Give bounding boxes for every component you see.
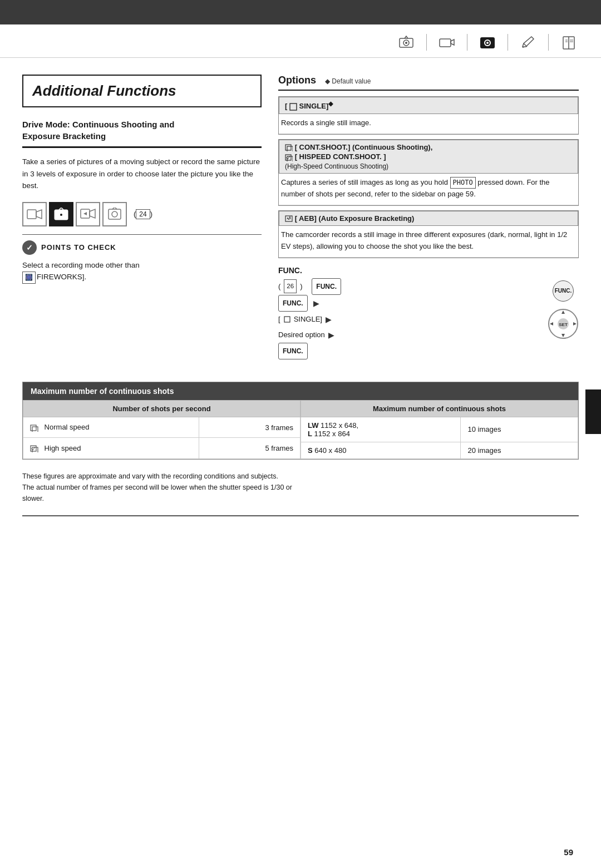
black-tab: [585, 389, 601, 434]
divider-1: [426, 34, 427, 51]
cont-option-desc: Captures a series of still images as lon…: [279, 174, 578, 205]
table-row: Normal speed 3 frames: [23, 417, 300, 438]
func-step-ref: (26) FUNC.: [278, 278, 536, 295]
points-title: POINTS TO CHECK: [41, 243, 116, 251]
table-row: High speed 5 frames: [23, 438, 300, 459]
func-section: FUNC. (26) FUNC. FUNC. ▶ [ SINGLE] ▶: [278, 266, 579, 359]
aeb-option-box: [ AEB] (Auto Exposure Bracketing) The ca…: [278, 210, 579, 258]
svg-rect-23: [284, 317, 290, 322]
book-icon: [559, 32, 579, 52]
main-content: Additional Functions Drive Mode: Continu…: [0, 58, 601, 371]
mode-icon-photo2: [102, 202, 127, 226]
func-row: (26) FUNC. FUNC. ▶ [ SINGLE] ▶ Desired o…: [278, 278, 579, 359]
body-text: Take a series of pictures of a moving su…: [22, 156, 262, 192]
mode-icon-playback: [76, 202, 100, 226]
svg-rect-28: [32, 427, 38, 432]
section-title: Additional Functions: [22, 75, 262, 107]
divider-3: [508, 34, 508, 51]
svg-rect-15: [109, 209, 121, 219]
svg-rect-22: [285, 216, 292, 221]
high-speed-frames: 5 frames: [199, 438, 300, 459]
bottom-title: Maximum number of continuous shots: [23, 382, 578, 400]
svg-point-7: [486, 42, 489, 44]
svg-point-2: [405, 42, 407, 44]
single-option-desc: Records a single still image.: [279, 114, 578, 134]
func-btn-3[interactable]: FUNC.: [278, 343, 308, 359]
table-row: S 640 x 480 20 images: [301, 442, 578, 458]
bottom-tables: Number of shots per second Normal speed …: [23, 400, 578, 459]
single-option-label: [ SINGLE]◆: [279, 97, 578, 114]
footnote: These figures are approximate and vary w…: [22, 471, 579, 504]
options-title: Options: [278, 75, 316, 86]
max-shots-table: Maximum number of continuous shots LW 11…: [300, 400, 578, 459]
default-value-note: ◆ Default value: [325, 77, 371, 85]
points-header: ✓ POINTS TO CHECK: [22, 240, 262, 255]
svg-text:SET: SET: [559, 322, 568, 327]
shots-per-second-table: Number of shots per second Normal speed …: [23, 400, 300, 459]
func-step-single: FUNC. ▶: [278, 295, 536, 312]
svg-rect-3: [440, 39, 451, 47]
points-body: Select a recording mode other than 🎆FIRE…: [22, 259, 262, 284]
func-icons: FUNC. SET: [548, 278, 579, 341]
svg-point-16: [112, 211, 117, 217]
shots-per-second-header: Number of shots per second: [23, 400, 300, 417]
aeb-option-desc: The camcorder records a still image in t…: [279, 226, 578, 258]
photo-icon: [477, 32, 497, 52]
divider-2: [467, 34, 467, 51]
points-to-check-section: ✓ POINTS TO CHECK Select a recording mod…: [22, 234, 262, 284]
page-number: 59: [564, 847, 573, 857]
lw-resolution: LW 1152 x 648,L 1152 x 864: [301, 417, 461, 442]
photo-box: PHOTO: [450, 177, 476, 189]
fireworks-icon: 🎆: [22, 272, 36, 284]
subsection-heading: Drive Mode: Continuous Shooting and Expo…: [22, 119, 262, 148]
divider-4: [548, 34, 549, 51]
bottom-rule: [22, 515, 579, 516]
func-label: FUNC.: [278, 266, 579, 275]
svg-rect-9: [27, 210, 36, 219]
svg-rect-17: [290, 103, 297, 110]
top-bar: [0, 0, 601, 24]
aeb-option-label: [ AEB] (Auto Exposure Bracketing): [279, 211, 578, 226]
check-icon: ✓: [22, 240, 37, 255]
high-speed-label: High speed: [23, 438, 199, 459]
options-header: Options ◆ Default value: [278, 75, 579, 91]
left-column: Additional Functions Drive Mode: Continu…: [22, 75, 262, 359]
mode-icon-photo: [49, 202, 73, 226]
func-btn-1[interactable]: FUNC.: [312, 278, 341, 295]
svg-point-13: [60, 214, 62, 216]
s-images: 20 images: [461, 442, 578, 458]
cont-option-label: [ CONT.SHOOT.] (Continuous Shooting), [ …: [279, 140, 578, 174]
s-resolution: S 640 x 480: [301, 442, 461, 458]
video-mode-icon: [437, 32, 457, 52]
svg-rect-18: [285, 145, 291, 150]
mode-ref: (24): [134, 209, 152, 219]
func-steps: (26) FUNC. FUNC. ▶ [ SINGLE] ▶ Desired o…: [278, 278, 536, 359]
func-step-choice: [ SINGLE] ▶: [278, 312, 536, 327]
bottom-section: Maximum number of continuous shots Numbe…: [22, 382, 579, 460]
svg-rect-19: [287, 146, 293, 151]
mode-icons-row: (24): [22, 202, 262, 226]
normal-speed-frames: 3 frames: [199, 417, 300, 438]
icon-row: [0, 24, 601, 58]
func-step-desired: Desired option ▶: [278, 327, 536, 343]
pencil-icon: [518, 32, 538, 52]
normal-speed-label: Normal speed: [23, 417, 199, 438]
func-step-func-end: FUNC.: [278, 343, 536, 359]
func-btn-2[interactable]: FUNC.: [278, 295, 308, 312]
func-circle-button[interactable]: FUNC.: [553, 280, 574, 302]
right-column: Options ◆ Default value [ SINGLE]◆ Recor…: [278, 75, 579, 359]
svg-rect-27: [31, 425, 36, 431]
max-shots-header: Maximum number of continuous shots: [301, 400, 578, 417]
cont-option-box: [ CONT.SHOOT.] (Continuous Shooting), [ …: [278, 139, 579, 206]
lw-images: 10 images: [461, 417, 578, 442]
table-row: LW 1152 x 648,L 1152 x 864 10 images: [301, 417, 578, 442]
single-option-box: [ SINGLE]◆ Records a single still image.: [278, 96, 579, 135]
camera-mode-icon: [396, 32, 416, 52]
set-nav-circle: SET: [548, 308, 579, 341]
mode-icon-movie: [22, 202, 47, 226]
